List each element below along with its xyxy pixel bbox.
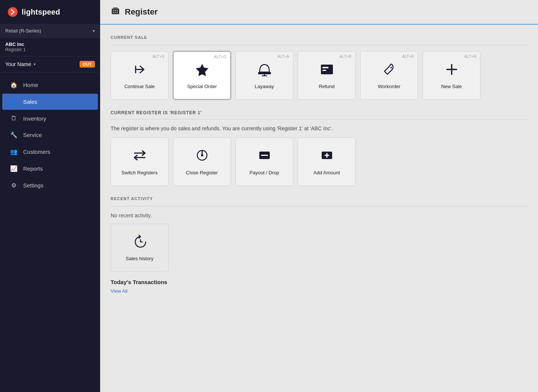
customers-nav-icon: 👥 [10, 148, 18, 155]
sidebar-item-settings[interactable]: ⚙ Settings [2, 177, 98, 193]
content-area: CURRENT SALE ALT+S Continue Sale ALT+O S… [100, 25, 538, 392]
current-sale-section: CURRENT SALE ALT+S Continue Sale ALT+O S… [111, 35, 528, 100]
sidebar-item-sales[interactable]: 👤 Sales [2, 94, 98, 110]
view-all-link[interactable]: View All [111, 288, 127, 294]
shortcut-refund: ALT+R [340, 55, 352, 59]
sale-button-refund[interactable]: ALT+R Refund [298, 51, 356, 100]
store-selector-label: Retail (R-Series) [5, 28, 41, 34]
home-nav-icon: 🏠 [10, 81, 18, 88]
settings-nav-icon: ⚙ [10, 182, 18, 189]
svg-rect-14 [322, 67, 328, 68]
sidebar-item-label-sales: Sales [23, 99, 37, 105]
svg-rect-6 [113, 12, 114, 13]
sales-history-label: Sales history [126, 256, 153, 261]
register-action-add-amount[interactable]: Add Amount [298, 137, 356, 186]
sales-history-button[interactable]: Sales history [111, 224, 168, 271]
sidebar-item-label-customers: Customers [23, 149, 50, 155]
sidebar-nav: 🏠 Home 👤 Sales 🗒 Inventory 🔧 Service 👥 C… [0, 72, 100, 392]
sidebar-item-customers[interactable]: 👥 Customers [2, 144, 98, 160]
svg-rect-2 [113, 7, 118, 9]
shortcut-continue-sale: ALT+S [152, 55, 164, 59]
svg-point-16 [390, 67, 392, 68]
sidebar-item-service[interactable]: 🔧 Service [2, 127, 98, 143]
sale-buttons-row: ALT+S Continue Sale ALT+O Special Order … [111, 51, 528, 100]
close-register-label: Close Register [186, 170, 218, 175]
svg-rect-10 [258, 72, 271, 74]
svg-rect-5 [117, 10, 118, 11]
payout-drop-icon [257, 148, 272, 166]
layaway-label: Layaway [255, 84, 274, 89]
today-transactions-title: Today's Transactions [111, 279, 528, 285]
shortcut-workorder: ALT+K [402, 55, 414, 59]
register-action-payout-drop[interactable]: Payout / Drop [235, 137, 293, 186]
continue-sale-label: Continue Sale [124, 84, 155, 89]
today-transactions-section: Today's Transactions View All [111, 279, 528, 294]
sale-button-special-order[interactable]: ALT+O Special Order [173, 51, 231, 100]
register-action-close-register[interactable]: Close Register [173, 137, 231, 186]
workorder-icon [381, 62, 397, 81]
inventory-nav-icon: 🗒 [10, 115, 18, 122]
user-status-badge: OUT [80, 61, 95, 68]
sidebar-item-inventory[interactable]: 🗒 Inventory [2, 111, 98, 126]
svg-rect-15 [322, 70, 326, 71]
register-actions-row: Switch Registers Close Register Payout /… [111, 137, 528, 186]
close-register-icon [195, 148, 210, 166]
register-description: The register is where you do sales and r… [111, 125, 528, 131]
reports-nav-icon: 📈 [10, 165, 18, 172]
svg-point-23 [201, 154, 203, 156]
shortcut-layaway: ALT+A [277, 55, 289, 59]
layaway-icon [257, 62, 272, 81]
sidebar-item-label-service: Service [23, 132, 42, 138]
sidebar-item-home[interactable]: 🏠 Home [2, 77, 98, 93]
sidebar-item-reports[interactable]: 📈 Reports [2, 161, 98, 177]
sale-button-continue-sale[interactable]: ALT+S Continue Sale [111, 51, 168, 100]
sidebar-item-label-reports: Reports [23, 165, 43, 172]
page-title: Register [125, 7, 158, 17]
user-chevron: ▾ [34, 62, 36, 67]
special-order-label: Special Order [187, 84, 217, 89]
refund-icon [319, 62, 335, 81]
refund-label: Refund [319, 84, 335, 89]
no-activity-text: No recent activity. [111, 212, 528, 218]
sidebar-item-label-inventory: Inventory [23, 115, 46, 122]
switch-registers-icon [132, 148, 147, 166]
sale-button-layaway[interactable]: ALT+A Layaway [235, 51, 293, 100]
svg-rect-7 [115, 12, 116, 13]
svg-rect-1 [112, 9, 119, 14]
store-selector[interactable]: Retail (R-Series) ▾ [0, 24, 100, 38]
shortcut-special-order: ALT+O [214, 55, 226, 59]
user-section: Your Name ▾ OUT [0, 56, 100, 72]
svg-rect-3 [113, 10, 114, 11]
svg-rect-4 [115, 10, 116, 11]
register-action-switch-registers[interactable]: Switch Registers [111, 137, 168, 186]
register-info-section: CURRENT REGISTER IS 'REGISTER 1' The reg… [111, 110, 528, 186]
user-name-button[interactable]: Your Name ▾ [5, 61, 36, 67]
workorder-label: Workorder [378, 84, 400, 89]
special-order-icon [194, 62, 210, 81]
app-name: lightspeed [22, 8, 60, 16]
store-company: ABC Inc [5, 41, 95, 47]
switch-registers-label: Switch Registers [121, 170, 158, 175]
new-sale-label: New Sale [441, 84, 462, 89]
add-amount-label: Add Amount [313, 170, 340, 175]
sale-button-new-sale[interactable]: ALT+N New Sale [423, 51, 480, 100]
continue-sale-icon [132, 62, 148, 81]
register-page-icon [111, 6, 120, 18]
svg-marker-9 [196, 64, 208, 76]
svg-rect-13 [321, 65, 333, 74]
store-selector-chevron: ▾ [93, 28, 95, 34]
sidebar-logo: lightspeed [0, 0, 100, 24]
register-section-title: CURRENT REGISTER IS 'REGISTER 1' [111, 110, 528, 115]
new-sale-icon [444, 62, 460, 81]
store-register: Register 1 [5, 47, 95, 52]
svg-point-0 [8, 7, 18, 17]
sidebar-item-label-home: Home [23, 82, 38, 88]
lightspeed-logo-icon [7, 7, 18, 17]
sale-button-workorder[interactable]: ALT+K Workorder [360, 51, 418, 100]
current-sale-label: CURRENT SALE [111, 35, 528, 40]
recent-activity-label: RECENT ACTIVITY [111, 196, 528, 201]
user-name: Your Name [5, 61, 31, 67]
svg-rect-8 [117, 12, 118, 13]
shortcut-new-sale: ALT+N [464, 55, 476, 59]
sidebar: lightspeed Retail (R-Series) ▾ ABC Inc R… [0, 0, 100, 392]
